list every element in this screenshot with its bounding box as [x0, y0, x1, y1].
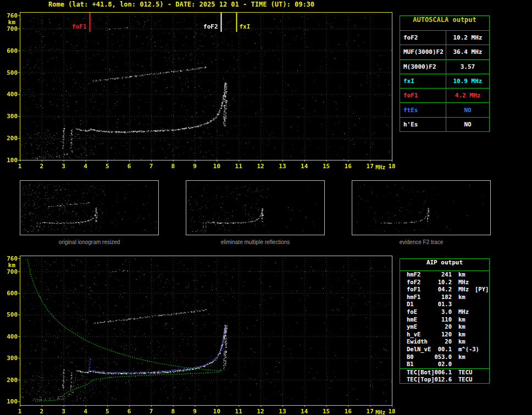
parameter-label: foF1 — [407, 286, 433, 294]
aip-row-8: h_vE120km — [400, 331, 489, 339]
parameter-note: [PY] — [475, 286, 489, 294]
parameter-unit: MHz — [452, 308, 475, 316]
parameter-value: 006.1 — [433, 369, 452, 377]
parameter-note — [475, 316, 489, 324]
parameter-note — [475, 323, 489, 331]
thumbnail-caption-reflections: eliminate multiple reflections — [186, 239, 325, 245]
parameter-label: DelN_vE — [407, 346, 433, 353]
parameter-label: MUF(3000)F2 — [400, 45, 446, 59]
parameter-note — [475, 308, 489, 316]
autoscala-row-3: fxI10.9 MHz — [400, 74, 489, 88]
parameter-unit: km — [452, 323, 475, 331]
parameter-value: 01.3 — [433, 301, 452, 308]
parameter-value: NO — [446, 103, 489, 117]
autoscala-row-2: M(3000)F23.57 — [400, 59, 489, 74]
parameter-value: 10.2 MHz — [446, 31, 489, 45]
thumbnail-eliminate-reflections — [186, 180, 325, 235]
parameter-label: ftEs — [400, 103, 446, 117]
parameter-unit: km — [452, 271, 475, 279]
parameter-note — [475, 353, 489, 361]
autoscala-table-title: AUTOSCALA output — [400, 16, 489, 31]
parameter-label: h_vE — [407, 331, 433, 339]
parameter-note — [475, 376, 489, 384]
parameter-unit: MHz — [452, 279, 475, 286]
aip-row-12: B102.0 — [400, 361, 489, 368]
parameter-label: Ewidth — [407, 338, 433, 346]
parameter-label: TEC[Top] — [407, 376, 433, 384]
parameter-unit: TECU — [452, 369, 475, 377]
parameter-label: B0 — [407, 353, 433, 361]
parameter-value: 36.4 MHz — [446, 45, 489, 59]
aip-table-rows: hmF2241kmfoF210.2MHzfoF104.2MHz[PY]hmF11… — [400, 271, 489, 384]
parameter-note — [475, 301, 489, 308]
parameter-value: 20 — [433, 323, 452, 331]
parameter-value: 053.0 — [433, 353, 452, 361]
thumbnail-evidence-f2-trace — [352, 180, 491, 235]
autoscala-output-table: AUTOSCALA output foF210.2 MHzMUF(3000)F2… — [400, 15, 490, 132]
aip-row-5: foE3.0MHz — [400, 308, 489, 316]
parameter-unit — [452, 361, 475, 368]
parameter-note — [475, 361, 489, 368]
parameter-value: 10.9 MHz — [446, 74, 489, 88]
ionogram-plot-profile — [0, 252, 401, 415]
autoscala-row-5: ftEsNO — [400, 102, 489, 117]
parameter-value: NO — [446, 118, 489, 131]
page-title: Rome (lat: +41.8, lon: 012.5) - DATE: 20… — [48, 1, 314, 8]
parameter-value: 20 — [433, 338, 452, 346]
parameter-label: TEC[Bot] — [407, 369, 433, 377]
parameter-label: foF1 — [400, 88, 446, 102]
parameter-unit: km — [452, 338, 475, 346]
aip-output-table: AIP output hmF2241kmfoF210.2MHzfoF104.2M… — [400, 258, 490, 384]
aip-row-0: hmF2241km — [400, 271, 489, 279]
parameter-label: h'Es — [400, 118, 446, 131]
parameter-value: 012.6 — [433, 376, 452, 384]
autoscala-row-6: h'EsNO — [400, 117, 489, 131]
parameter-label: B1 — [407, 361, 433, 368]
parameter-label: hmF1 — [407, 294, 433, 301]
parameter-unit: km — [452, 331, 475, 339]
parameter-label: foF2 — [400, 31, 446, 45]
parameter-value: 00.1 — [433, 346, 452, 353]
parameter-value: 3.57 — [446, 60, 489, 74]
aip-row-3: hmF1182km — [400, 294, 489, 301]
aip-row-10: DelN_vE00.1m^(-3) — [400, 346, 489, 353]
parameter-value: 10.2 — [433, 279, 452, 286]
aip-table-title: AIP output — [400, 259, 489, 271]
autoscala-table-rows: foF210.2 MHzMUF(3000)F236.4 MHzM(3000)F2… — [400, 31, 489, 131]
parameter-unit: km — [452, 294, 475, 301]
parameter-unit: km — [452, 353, 475, 361]
autoscala-row-4: foF14.2 MHz — [400, 88, 489, 102]
autoscala-row-0: foF210.2 MHz — [400, 31, 489, 45]
parameter-unit: m^(-3) — [452, 346, 475, 353]
parameter-note — [475, 294, 489, 301]
parameter-value: 3.0 — [433, 308, 452, 316]
parameter-value: 182 — [433, 294, 452, 301]
aip-row-11: B0053.0km — [400, 353, 489, 361]
thumbnail-original-ionogram — [20, 180, 159, 235]
aip-row-9: Ewidth20km — [400, 338, 489, 346]
parameter-unit — [452, 301, 475, 308]
parameter-note — [475, 338, 489, 346]
ionogram-plot-autoscala — [0, 8, 401, 178]
parameter-label: foE — [407, 308, 433, 316]
parameter-value: 04.2 — [433, 286, 452, 294]
parameter-label: foF2 — [407, 279, 433, 286]
aip-row-14: TEC[Top]012.6TECU — [400, 376, 489, 384]
parameter-note — [475, 346, 489, 353]
parameter-label: D1 — [407, 301, 433, 308]
aip-row-6: hmE110km — [400, 316, 489, 324]
parameter-note — [475, 271, 489, 279]
parameter-unit: km — [452, 316, 475, 324]
parameter-value: 110 — [433, 316, 452, 324]
parameter-value: 120 — [433, 331, 452, 339]
parameter-note — [475, 369, 489, 377]
parameter-label: hmE — [407, 316, 433, 324]
parameter-note — [475, 331, 489, 339]
aip-row-13: TEC[Bot]006.1TECU — [400, 368, 489, 377]
autoscala-row-1: MUF(3000)F236.4 MHz — [400, 45, 489, 59]
thumbnail-caption-original: original ionogram resized — [20, 239, 159, 245]
parameter-label: fxI — [400, 74, 446, 88]
parameter-value: 4.2 MHz — [446, 88, 489, 102]
aip-row-2: foF104.2MHz[PY] — [400, 286, 489, 294]
parameter-unit: TECU — [452, 376, 475, 384]
